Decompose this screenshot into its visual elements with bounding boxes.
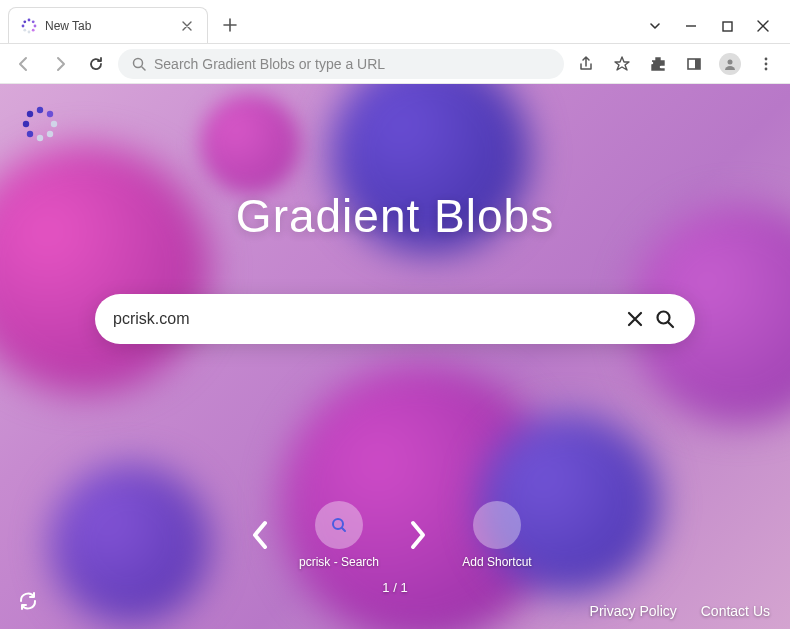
svg-point-7 bbox=[23, 20, 26, 23]
svg-point-13 bbox=[765, 57, 768, 60]
bookmark-star-icon[interactable] bbox=[608, 50, 636, 78]
back-button[interactable] bbox=[10, 50, 38, 78]
search-submit-icon[interactable] bbox=[653, 307, 677, 331]
shortcut-add[interactable]: Add Shortcut bbox=[447, 501, 547, 569]
window-minimize-icon[interactable] bbox=[682, 17, 700, 35]
window-close-icon[interactable] bbox=[754, 17, 772, 35]
tab-title: New Tab bbox=[45, 19, 171, 33]
svg-point-6 bbox=[22, 24, 25, 27]
svg-point-24 bbox=[658, 312, 670, 324]
svg-point-18 bbox=[51, 121, 57, 127]
svg-point-23 bbox=[27, 111, 33, 117]
footer-links: Privacy Policy Contact Us bbox=[590, 603, 770, 619]
page-content: Gradient Blobs pcrisk - Search Add Short… bbox=[0, 84, 790, 629]
forward-button[interactable] bbox=[46, 50, 74, 78]
omnibox-placeholder: Search Gradient Blobs or type a URL bbox=[154, 56, 550, 72]
shortcuts-row: pcrisk - Search Add Shortcut bbox=[243, 501, 547, 569]
logo-spinner-icon bbox=[20, 104, 60, 144]
side-panel-icon[interactable] bbox=[680, 50, 708, 78]
window-dropdown-icon[interactable] bbox=[646, 17, 664, 35]
browser-tab[interactable]: New Tab bbox=[8, 7, 208, 43]
svg-point-12 bbox=[728, 59, 733, 64]
titlebar: New Tab bbox=[0, 0, 790, 44]
svg-point-21 bbox=[27, 131, 33, 137]
search-input[interactable] bbox=[113, 310, 623, 328]
contact-link[interactable]: Contact Us bbox=[701, 603, 770, 619]
extensions-icon[interactable] bbox=[644, 50, 672, 78]
shortcut-item[interactable]: pcrisk - Search bbox=[289, 501, 389, 569]
profile-avatar[interactable] bbox=[716, 50, 744, 78]
share-icon[interactable] bbox=[572, 50, 600, 78]
svg-point-0 bbox=[28, 18, 31, 21]
reload-button[interactable] bbox=[82, 50, 110, 78]
page-title: Gradient Blobs bbox=[0, 189, 790, 243]
shortcut-icon bbox=[315, 501, 363, 549]
window-maximize-icon[interactable] bbox=[718, 17, 736, 35]
svg-point-20 bbox=[37, 135, 43, 141]
shortcuts-next-button[interactable] bbox=[401, 519, 435, 551]
svg-rect-8 bbox=[723, 22, 732, 31]
shortcuts-prev-button[interactable] bbox=[243, 519, 277, 551]
tab-favicon-icon bbox=[21, 18, 37, 34]
avatar-icon bbox=[719, 53, 741, 75]
svg-point-3 bbox=[32, 28, 35, 31]
kebab-menu-icon[interactable] bbox=[752, 50, 780, 78]
refresh-background-button[interactable] bbox=[14, 587, 42, 615]
decorative-blob bbox=[50, 464, 210, 624]
svg-point-19 bbox=[47, 131, 53, 137]
decorative-blob bbox=[200, 94, 300, 194]
new-tab-button[interactable] bbox=[216, 11, 244, 39]
shortcut-add-label: Add Shortcut bbox=[462, 555, 531, 569]
decorative-blob bbox=[0, 144, 210, 394]
svg-point-22 bbox=[23, 121, 29, 127]
search-box[interactable] bbox=[95, 294, 695, 344]
svg-point-5 bbox=[23, 28, 26, 31]
svg-point-2 bbox=[34, 24, 37, 27]
svg-rect-11 bbox=[695, 59, 700, 69]
svg-point-4 bbox=[28, 30, 31, 33]
privacy-link[interactable]: Privacy Policy bbox=[590, 603, 677, 619]
omnibox[interactable]: Search Gradient Blobs or type a URL bbox=[118, 49, 564, 79]
svg-point-15 bbox=[765, 67, 768, 70]
search-icon bbox=[132, 57, 146, 71]
svg-point-9 bbox=[134, 58, 143, 67]
clear-icon[interactable] bbox=[623, 307, 647, 331]
svg-point-17 bbox=[47, 111, 53, 117]
window-controls bbox=[646, 17, 782, 43]
svg-point-14 bbox=[765, 62, 768, 65]
svg-point-16 bbox=[37, 107, 43, 113]
browser-toolbar: Search Gradient Blobs or type a URL bbox=[0, 44, 790, 84]
svg-point-1 bbox=[32, 20, 35, 23]
shortcuts-pager: 1 / 1 bbox=[382, 580, 407, 595]
shortcut-label: pcrisk - Search bbox=[299, 555, 379, 569]
shortcut-add-icon bbox=[473, 501, 521, 549]
tab-close-icon[interactable] bbox=[179, 18, 195, 34]
